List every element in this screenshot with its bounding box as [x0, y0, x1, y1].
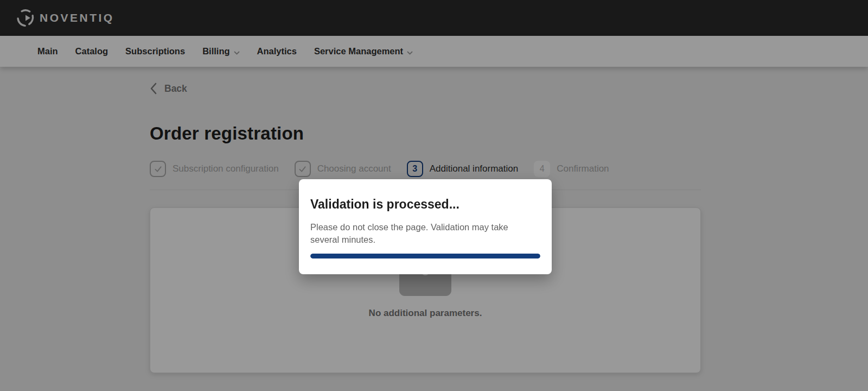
validation-progress-bar	[310, 254, 540, 258]
validation-progress-fill	[310, 254, 540, 258]
validation-modal-title: Validation is processed...	[310, 197, 540, 212]
validation-modal: Validation is processed... Please do not…	[299, 179, 552, 274]
validation-modal-message: Please do not close the page. Validation…	[310, 221, 521, 246]
